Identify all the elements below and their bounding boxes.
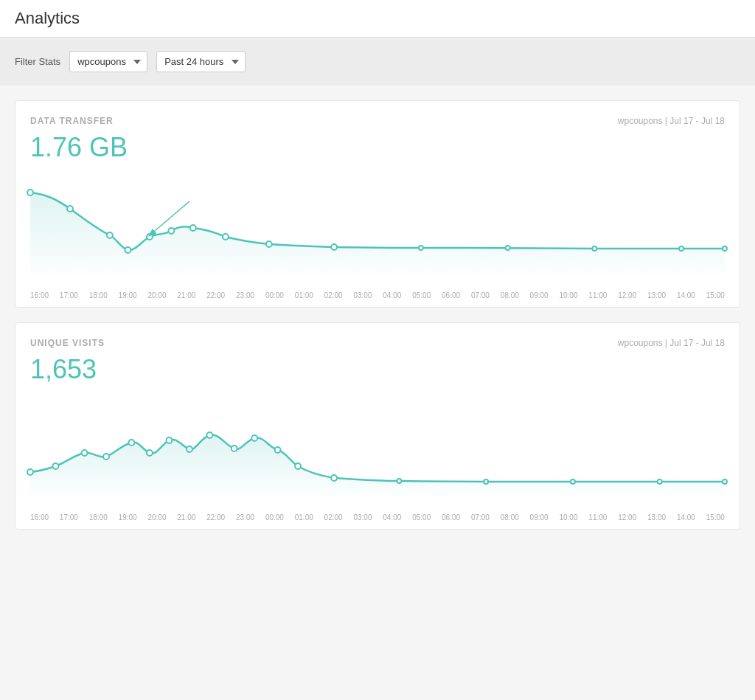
chart-area-visits (30, 392, 725, 510)
chart-title-visits: UNIQUE VISITS (30, 338, 105, 348)
svg-point-34 (723, 479, 727, 484)
svg-point-20 (128, 440, 134, 446)
svg-point-2 (107, 232, 113, 238)
svg-point-9 (331, 244, 337, 250)
chart-meta-transfer: wpcoupons | Jul 17 - Jul 18 (618, 116, 725, 126)
time-labels-visits: 16:00 17:00 18:00 19:00 20:00 21:00 22:0… (30, 510, 725, 521)
svg-point-25 (232, 446, 237, 451)
svg-point-5 (168, 228, 174, 234)
chart-value-visits: 1,653 (30, 354, 725, 385)
svg-point-27 (275, 447, 281, 453)
svg-point-6 (190, 225, 196, 231)
svg-point-26 (251, 435, 257, 441)
time-select[interactable]: Past 24 hours Past 7 days Past 30 days (156, 51, 246, 72)
chart-meta-visits: wpcoupons | Jul 17 - Jul 18 (618, 338, 725, 348)
chart-area-transfer (30, 170, 725, 288)
svg-point-7 (223, 234, 229, 240)
page-title: Analytics (15, 9, 740, 28)
svg-point-22 (166, 437, 172, 443)
svg-point-0 (27, 190, 33, 195)
svg-point-29 (331, 475, 337, 481)
svg-point-14 (723, 246, 727, 251)
svg-point-31 (484, 479, 488, 484)
chart-header-visits: UNIQUE VISITS wpcoupons | Jul 17 - Jul 1… (30, 338, 725, 348)
svg-point-12 (592, 246, 596, 251)
svg-point-16 (27, 469, 33, 475)
chart-header-transfer: DATA TRANSFER wpcoupons | Jul 17 - Jul 1… (30, 116, 725, 126)
svg-point-21 (147, 450, 153, 456)
chart-svg-visits (30, 392, 725, 496)
data-transfer-card: DATA TRANSFER wpcoupons | Jul 17 - Jul 1… (15, 100, 740, 308)
time-labels-transfer: 16:00 17:00 18:00 19:00 20:00 21:00 22:0… (30, 288, 725, 299)
svg-point-32 (571, 479, 575, 484)
site-select[interactable]: wpcoupons (69, 51, 147, 72)
chart-value-transfer: 1.76 GB (30, 132, 725, 163)
svg-point-17 (52, 463, 58, 469)
unique-visits-card: UNIQUE VISITS wpcoupons | Jul 17 - Jul 1… (15, 322, 740, 530)
svg-point-11 (506, 246, 510, 250)
svg-point-18 (82, 450, 88, 456)
svg-point-28 (295, 463, 301, 469)
svg-point-24 (206, 432, 212, 438)
svg-point-10 (419, 246, 423, 250)
svg-point-23 (187, 446, 192, 452)
svg-point-19 (103, 454, 109, 460)
filter-label: Filter Stats (15, 56, 60, 67)
svg-point-13 (679, 246, 683, 251)
content-area: DATA TRANSFER wpcoupons | Jul 17 - Jul 1… (0, 86, 755, 544)
svg-point-33 (658, 479, 662, 484)
page-header: Analytics (0, 0, 755, 38)
filter-bar: Filter Stats wpcoupons Past 24 hours Pas… (0, 38, 755, 86)
svg-point-3 (125, 247, 131, 253)
svg-point-1 (67, 206, 73, 212)
chart-title-transfer: DATA TRANSFER (30, 116, 114, 126)
chart-svg-transfer (30, 170, 725, 274)
svg-point-8 (266, 241, 272, 247)
svg-point-30 (397, 479, 401, 483)
